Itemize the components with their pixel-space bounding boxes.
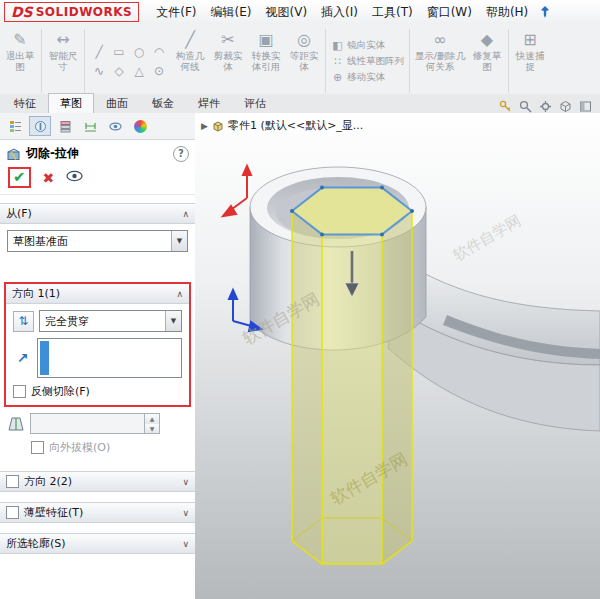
smart-dimension-button[interactable]: ↔ 智能尺寸 — [44, 26, 82, 96]
smart-dimension-label: 智能尺寸 — [46, 50, 80, 73]
selected-contours-section-header[interactable]: 所选轮廓(S) ∨ — [0, 533, 195, 554]
repair-sketch-icon: ◆ — [481, 28, 493, 50]
chevron-up-icon: ∧ — [176, 289, 183, 299]
end-condition-dropdown[interactable]: 完全贯穿 ▼ — [39, 310, 182, 332]
resources-tab[interactable] — [129, 116, 151, 136]
ellipse-tool-icon[interactable]: △ — [130, 62, 148, 79]
linear-pattern-icon: ∷ — [331, 55, 344, 68]
display-manager-tab[interactable] — [104, 116, 126, 136]
convert-entities-label: 转换实体引用 — [249, 50, 283, 73]
cube-icon[interactable] — [559, 100, 572, 113]
mirror-entities-icon: ◧ — [331, 39, 344, 52]
line-tool-icon[interactable]: ╱ — [90, 43, 108, 60]
expand-panel-icon[interactable] — [579, 100, 592, 113]
cancel-button[interactable]: ✖ — [43, 170, 55, 186]
offset-entities-label: 等距实体 — [287, 50, 321, 73]
ds-logo-icon: DS — [11, 4, 33, 20]
thin-feature-section-header[interactable]: 薄壁特征(T) ∨ — [0, 502, 195, 523]
tab-sketch[interactable]: 草图 — [48, 93, 94, 113]
spinner-up-icon: ▲ — [145, 414, 159, 424]
construction-geometry-button[interactable]: ╱ 构造几何线 — [171, 26, 209, 96]
gear-icon[interactable] — [539, 100, 552, 113]
direction-reference-listbox[interactable] — [37, 338, 182, 378]
draft-outward-checkbox — [31, 441, 44, 454]
flyout-tree-arrow-icon[interactable]: ▶ — [201, 121, 208, 131]
menu-item-insert[interactable]: 插入(I) — [314, 1, 365, 24]
feature-tree-tab[interactable] — [4, 116, 26, 136]
watermark: 软件自学网 — [450, 211, 524, 264]
quick-snaps-label: 快速捕捉 — [513, 50, 547, 73]
ok-button[interactable]: ✔ — [13, 169, 26, 186]
tab-weldments[interactable]: 焊件 — [186, 93, 232, 113]
convert-entities-button[interactable]: ▣ 转换实体引用 — [247, 26, 285, 96]
display-delete-relations-button[interactable]: ∞ 显示/删除几何关系 — [412, 26, 468, 96]
breadcrumb-text[interactable]: 零件1 (默认<<默认>_显... — [228, 118, 363, 133]
breadcrumb: ▶ 零件1 (默认<<默认>_显... — [201, 118, 363, 133]
quick-snaps-button[interactable]: ⊞ 快速捕捉 — [511, 26, 549, 96]
tab-sheet-metal[interactable]: 钣金 — [140, 93, 186, 113]
repair-sketch-label: 修复草图 — [470, 50, 504, 73]
pinwheel-icon — [134, 120, 147, 133]
flip-side-checkbox[interactable] — [13, 385, 26, 398]
magnifier-icon[interactable] — [519, 100, 532, 113]
pushpin-icon[interactable] — [539, 5, 551, 19]
direction1-highlight-box: 方向 1(1) ∧ ⇅ 完全贯穿 ▼ ↗ — [4, 282, 191, 407]
exit-sketch-button[interactable]: ✎ 退出草图 — [1, 26, 39, 96]
polygon-tool-icon[interactable]: ◇ — [110, 62, 128, 79]
from-section-body: 草图基准面 ▼ — [0, 224, 195, 258]
direction2-section-label: 方向 2(2) — [24, 474, 72, 489]
offset-entities-button[interactable]: ◎ 等距实体 — [285, 26, 323, 96]
point-tool-icon[interactable]: ⊙ — [150, 62, 168, 79]
mirror-entities-label: 镜向实体 — [347, 39, 385, 52]
circle-tool-icon[interactable]: ○ — [130, 43, 148, 60]
reverse-direction-button[interactable]: ⇅ — [13, 311, 34, 332]
configurations-tab[interactable] — [54, 116, 76, 136]
ribbon-toolbar: ✎ 退出草图 ↔ 智能尺寸 ╱ ▭ ○ ◠ ∿ ◇ △ ⊙ ╱ 构造几何线 ✂ … — [0, 24, 600, 99]
from-section-label: 从(F) — [6, 206, 32, 221]
start-condition-dropdown[interactable]: 草图基准面 ▼ — [7, 230, 188, 252]
linear-sketch-pattern-button[interactable]: ∷ 线性草图阵列 — [331, 55, 404, 68]
model-canvas[interactable]: 软件自学网 软件自学网 软件自学网 — [195, 113, 600, 599]
spinner-buttons: ▲▼ — [144, 414, 159, 433]
trim-entities-button[interactable]: ✂ 剪裁实体 — [209, 26, 247, 96]
tab-surfaces[interactable]: 曲面 — [94, 93, 140, 113]
thin-feature-checkbox[interactable] — [6, 506, 19, 519]
quick-snaps-icon: ⊞ — [523, 28, 536, 50]
graphics-viewport[interactable]: ▶ 零件1 (默认<<默认>_显... — [195, 113, 600, 599]
ribbon-divider — [84, 29, 85, 93]
dimxpert-tab[interactable] — [79, 116, 101, 136]
spline-tool-icon[interactable]: ∿ — [90, 62, 108, 79]
move-entities-button[interactable]: ⊕ 移动实体 — [331, 71, 404, 84]
sketch-entities-group: ╱ ▭ ○ ◠ ∿ ◇ △ ⊙ — [87, 26, 171, 96]
sketch-origin-triad-red — [223, 166, 251, 216]
direction2-checkbox[interactable] — [6, 475, 19, 488]
mirror-entities-button[interactable]: ◧ 镜向实体 — [331, 39, 404, 52]
direction-reference-icon: ↗ — [13, 350, 32, 366]
repair-sketch-button[interactable]: ◆ 修复草图 — [468, 26, 506, 96]
trim-entities-label: 剪裁实体 — [211, 50, 245, 73]
view-tools — [499, 100, 600, 113]
preview-eye-icon[interactable] — [66, 170, 83, 185]
tab-features[interactable]: 特征 — [2, 93, 48, 113]
arc-tool-icon[interactable]: ◠ — [150, 43, 168, 60]
menu-item-edit[interactable]: 编辑(E) — [204, 1, 259, 24]
menu-item-help[interactable]: 帮助(H) — [479, 1, 535, 24]
menu-item-tools[interactable]: 工具(T) — [365, 1, 420, 24]
from-section-header[interactable]: 从(F) ∧ — [0, 203, 195, 224]
confirm-highlight-box: ✔ — [8, 167, 31, 188]
menu-item-file[interactable]: 文件(F) — [149, 1, 203, 24]
direction1-section-header[interactable]: 方向 1(1) ∧ — [6, 284, 189, 304]
direction2-section-header[interactable]: 方向 2(2) ∨ — [0, 471, 195, 492]
tab-evaluate[interactable]: 评估 — [232, 93, 278, 113]
menu-item-view[interactable]: 视图(V) — [258, 1, 314, 24]
rectangle-tool-icon[interactable]: ▭ — [110, 43, 128, 60]
part-icon — [212, 120, 224, 132]
logo-text: SOLIDWORKS — [36, 5, 133, 19]
property-manager-tab[interactable] — [29, 116, 51, 136]
key-icon[interactable] — [499, 100, 512, 113]
help-icon[interactable]: ? — [173, 146, 189, 162]
menu-item-window[interactable]: 窗口(W) — [420, 1, 479, 24]
direction1-section-label: 方向 1(1) — [12, 286, 60, 301]
ribbon-divider — [409, 29, 410, 93]
chevron-down-icon: ∨ — [182, 477, 189, 487]
